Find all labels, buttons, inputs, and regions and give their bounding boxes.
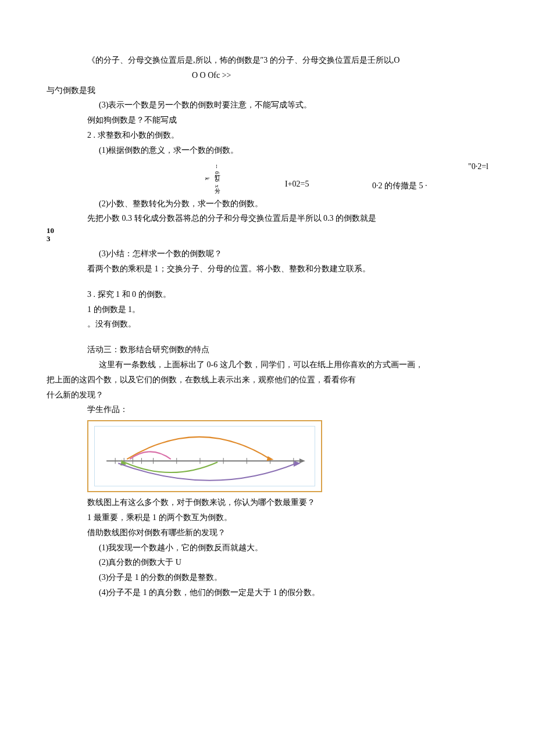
text-line: 先把小数 0.3 转化成分数器将总的分子和分母交换位置后是半所以 0.3 的倒数… [47, 212, 488, 225]
text-line: (2)真分数的倒数大于 U [47, 556, 488, 569]
math-text: 0·2 的传撤是 5 · [372, 173, 488, 193]
math-text: I+02=5 [285, 180, 309, 188]
text-line: 数线图上有这么多个数，对于倒数来说，你认为哪个数最重要？ [47, 496, 488, 510]
fraction-numerator: 10 [47, 226, 54, 235]
svg-marker-13 [267, 456, 274, 461]
vertical-col: -- 打 61-6 分 x = k [140, 160, 285, 195]
fraction-denominator: 3 [47, 234, 51, 243]
math-col: "0·2=l 0·2 的传撤是 5 · [372, 160, 488, 194]
text-line: (3)分子是 1 的分数的倒数是整数。 [47, 571, 488, 585]
text-line: 什么新的发现？ [47, 388, 488, 402]
text-line: O O Ofc >> [47, 69, 488, 83]
text-line: 看两个数的乘积是 1；交换分子、分母的位置。将小数、整数和分数建立联系。 [47, 262, 488, 276]
diagram-svg [95, 427, 315, 486]
text-line: 1 最重要，乘积是 1 的两个数互为倒数。 [47, 511, 488, 525]
number-line-diagram [87, 420, 322, 492]
text-line: 借助数线图你对倒数有哪些新的发现？ [47, 526, 488, 540]
text-line: 。没有倒数。 [47, 317, 488, 331]
fraction: 10 3 [47, 227, 488, 246]
text-line: 与勺倒数是我 [47, 84, 488, 98]
text-line: (2)小数、整数转化为分数，求一个数的倒数。 [47, 197, 488, 211]
text-line: (1)根据倒数的意义，求一个数的倒数。 [47, 144, 488, 157]
text-line: 例如狗倒数是？不能写成 [47, 113, 488, 127]
math-col: I+02=5 [285, 160, 372, 191]
text-line: (3)小结：怎样求一个数的倒数呢？ [47, 247, 488, 261]
text-line: 学生作品： [47, 403, 488, 417]
diagram-inner-frame [94, 426, 315, 486]
text-line: 2 . 求整数和小数的倒数。 [47, 128, 488, 142]
text-line: 这里有一条数线，上面标出了 0-6 这几个数，同学们，可以在纸上用你喜欢的方式画… [47, 358, 488, 372]
text-line: (1)我发现一个数越小，它的倒数反而就越大。 [47, 541, 488, 555]
text-line: 活动三：数形结合研究倒数的特点 [47, 343, 488, 357]
text-line: 《的分子、分母交换位置后是,所以，怖的倒数是″3 的分子、分母交换位置后是壬所以… [47, 53, 488, 67]
text-line: 把上面的这四个数，以及它们的倒数，在数线上表示出来，观察他们的位置，看看你有 [47, 373, 488, 387]
text-line: 3 . 探究 1 和 0 的倒数。 [47, 288, 488, 302]
text-line: (4)分子不是 1 的真分数，他们的倒数一定是大于 1 的假分数。 [47, 586, 488, 600]
math-row: -- 打 61-6 分 x = k I+02=5 "0·2=l 0·2 的传撤是… [47, 160, 488, 195]
text-line: (3)表示一个数是另一个数的倒数时要注意，不能写成等式。 [47, 98, 488, 112]
text-line: 1 的倒数是 1。 [47, 303, 488, 317]
document-page: 《的分子、分母交换位置后是,所以，怖的倒数是″3 的分子、分母交换位置后是壬所以… [0, 0, 535, 636]
math-text: "0·2=l [372, 160, 488, 174]
vertical-text: -- 打 61-6 分 x = k [202, 163, 222, 195]
svg-marker-1 [299, 458, 305, 463]
